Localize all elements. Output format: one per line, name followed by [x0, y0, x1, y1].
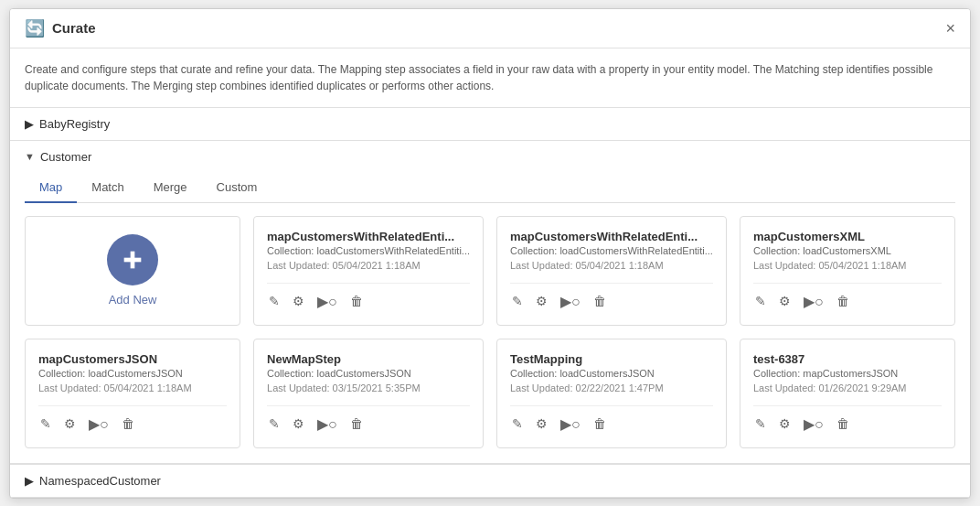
- add-circle: [107, 234, 158, 285]
- card-2-delete-button[interactable]: 🗑: [835, 292, 851, 310]
- card-4-content: NewMapStep Collection: loadCustomersJSON…: [267, 352, 470, 401]
- card-0-updated: Last Updated: 05/04/2021 1:18AM: [267, 260, 470, 271]
- card-6-delete-button[interactable]: 🗑: [835, 414, 851, 433]
- entity-section-namespacedcustomer: ▶ NamespacedCustomer: [10, 464, 970, 498]
- card-3-edit-button[interactable]: ✎: [38, 414, 53, 433]
- card-0-settings-button[interactable]: ⚙: [291, 292, 306, 310]
- modal-header-left: 🔄 Curate: [25, 18, 96, 38]
- curate-modal: 🔄 Curate × Create and configure steps th…: [9, 8, 971, 499]
- card-1-delete-button[interactable]: 🗑: [591, 292, 608, 310]
- card-6-updated: Last Updated: 01/26/2021 9:29AM: [753, 382, 942, 393]
- entity-section-customer: ▼ Customer Map Match Merge Custom: [10, 141, 970, 464]
- card-4-updated: Last Updated: 03/15/2021 5:35PM: [267, 382, 470, 393]
- card-3-collection: Collection: loadCustomersJSON: [38, 368, 227, 379]
- modal-description: Create and configure steps that curate a…: [10, 48, 970, 108]
- card-3-delete-button[interactable]: 🗑: [120, 414, 136, 433]
- tab-map[interactable]: Map: [25, 173, 77, 203]
- card-5-title: TestMapping: [510, 352, 713, 366]
- entity-expanded-customer: Map Match Merge Custom: [10, 173, 970, 463]
- card-2-collection: Collection: loadCustomersXML: [753, 245, 942, 256]
- card-2-updated: Last Updated: 05/04/2021 1:18AM: [753, 260, 942, 271]
- card-3-run-button[interactable]: ▶○: [87, 414, 111, 435]
- card-3-settings-button[interactable]: ⚙: [62, 414, 78, 433]
- chevron-right-icon-2: ▶: [25, 474, 34, 488]
- tab-custom[interactable]: Custom: [202, 173, 272, 203]
- card-6-actions: ✎ ⚙ ▶○ 🗑: [753, 405, 942, 435]
- card-3-title: mapCustomersJSON: [38, 352, 227, 366]
- close-button[interactable]: ×: [945, 20, 955, 37]
- card-0-delete-button[interactable]: 🗑: [348, 292, 365, 310]
- card-5-content: TestMapping Collection: loadCustomersJSO…: [510, 352, 713, 401]
- card-0-collection: Collection: loadCustomersWithRelatedEnti…: [267, 245, 470, 256]
- card-6-content: test-6387 Collection: mapCustomersJSON L…: [753, 352, 942, 401]
- card-5-edit-button[interactable]: ✎: [510, 414, 525, 433]
- card-2: mapCustomersXML Collection: loadCustomer…: [740, 216, 955, 326]
- card-1-run-button[interactable]: ▶○: [559, 291, 582, 312]
- card-0: mapCustomersWithRelatedEnti... Collectio…: [253, 216, 484, 326]
- card-6-edit-button[interactable]: ✎: [753, 414, 768, 433]
- entity-label-namespacedcustomer: NamespacedCustomer: [39, 474, 161, 488]
- card-4-settings-button[interactable]: ⚙: [291, 414, 306, 433]
- modal-title: Curate: [52, 20, 96, 36]
- entity-label-customer: Customer: [40, 150, 91, 164]
- card-6-title: test-6387: [753, 352, 942, 366]
- card-1-actions: ✎ ⚙ ▶○ 🗑: [510, 283, 713, 312]
- card-4-run-button[interactable]: ▶○: [315, 414, 339, 435]
- entity-header-customer[interactable]: ▼ Customer: [10, 141, 970, 173]
- modal-body: ▶ BabyRegistry ▼ Customer Map Match Merg…: [10, 108, 970, 498]
- card-2-title: mapCustomersXML: [753, 230, 942, 243]
- card-5-delete-button[interactable]: 🗑: [591, 414, 608, 433]
- customer-tabs: Map Match Merge Custom: [25, 173, 955, 203]
- card-3-actions: ✎ ⚙ ▶○ 🗑: [38, 405, 227, 435]
- card-1-content: mapCustomersWithRelatedEnti... Collectio…: [510, 230, 713, 278]
- entity-header-namespacedcustomer[interactable]: ▶ NamespacedCustomer: [10, 465, 970, 497]
- card-1-collection: Collection: loadCustomersWithRelatedEnti…: [510, 245, 713, 256]
- card-2-edit-button[interactable]: ✎: [753, 292, 768, 310]
- card-6-settings-button[interactable]: ⚙: [777, 414, 793, 433]
- card-1: mapCustomersWithRelatedEnti... Collectio…: [496, 216, 727, 326]
- card-5-actions: ✎ ⚙ ▶○ 🗑: [510, 405, 713, 435]
- card-3: mapCustomersJSON Collection: loadCustome…: [25, 339, 240, 448]
- card-2-settings-button[interactable]: ⚙: [777, 292, 793, 310]
- card-5-collection: Collection: loadCustomersJSON: [510, 368, 713, 379]
- card-0-actions: ✎ ⚙ ▶○ 🗑: [267, 283, 470, 312]
- plus-icon: [120, 247, 145, 273]
- card-6: test-6387 Collection: mapCustomersJSON L…: [740, 339, 955, 448]
- card-3-updated: Last Updated: 05/04/2021 1:18AM: [38, 382, 227, 393]
- card-6-collection: Collection: mapCustomersJSON: [753, 368, 942, 379]
- card-4-delete-button[interactable]: 🗑: [348, 414, 365, 433]
- card-1-settings-button[interactable]: ⚙: [534, 292, 549, 310]
- card-0-run-button[interactable]: ▶○: [315, 291, 339, 312]
- card-5-updated: Last Updated: 02/22/2021 1:47PM: [510, 382, 713, 393]
- card-6-run-button[interactable]: ▶○: [802, 414, 826, 435]
- tab-match[interactable]: Match: [77, 173, 138, 203]
- chevron-down-icon: ▼: [25, 151, 35, 162]
- card-0-content: mapCustomersWithRelatedEnti... Collectio…: [267, 230, 470, 278]
- card-0-title: mapCustomersWithRelatedEnti...: [267, 230, 470, 243]
- card-3-content: mapCustomersJSON Collection: loadCustome…: [38, 352, 227, 401]
- card-1-updated: Last Updated: 05/04/2021 1:18AM: [510, 260, 713, 271]
- curate-icon: 🔄: [25, 18, 45, 38]
- card-1-title: mapCustomersWithRelatedEnti...: [510, 230, 713, 243]
- card-1-edit-button[interactable]: ✎: [510, 292, 525, 310]
- card-4: NewMapStep Collection: loadCustomersJSON…: [253, 339, 484, 448]
- add-new-card[interactable]: Add New: [25, 216, 240, 326]
- card-5-settings-button[interactable]: ⚙: [534, 414, 549, 433]
- entity-header-babyregistry[interactable]: ▶ BabyRegistry: [10, 108, 970, 140]
- card-4-edit-button[interactable]: ✎: [267, 414, 282, 433]
- card-5-run-button[interactable]: ▶○: [559, 414, 582, 435]
- svg-rect-1: [124, 258, 142, 263]
- cards-grid: Add New mapCustomersWithRelatedEnti... C…: [25, 216, 955, 448]
- entity-section-babyregistry: ▶ BabyRegistry: [10, 108, 970, 141]
- tab-merge[interactable]: Merge: [139, 173, 202, 203]
- card-2-actions: ✎ ⚙ ▶○ 🗑: [753, 283, 942, 312]
- card-4-collection: Collection: loadCustomersJSON: [267, 368, 470, 379]
- entity-label-babyregistry: BabyRegistry: [39, 117, 110, 131]
- card-2-run-button[interactable]: ▶○: [802, 291, 826, 312]
- chevron-right-icon: ▶: [25, 117, 34, 131]
- card-5: TestMapping Collection: loadCustomersJSO…: [496, 339, 727, 448]
- modal-header: 🔄 Curate ×: [10, 9, 970, 48]
- add-new-label: Add New: [109, 293, 157, 307]
- card-0-edit-button[interactable]: ✎: [267, 292, 282, 310]
- card-4-title: NewMapStep: [267, 352, 470, 366]
